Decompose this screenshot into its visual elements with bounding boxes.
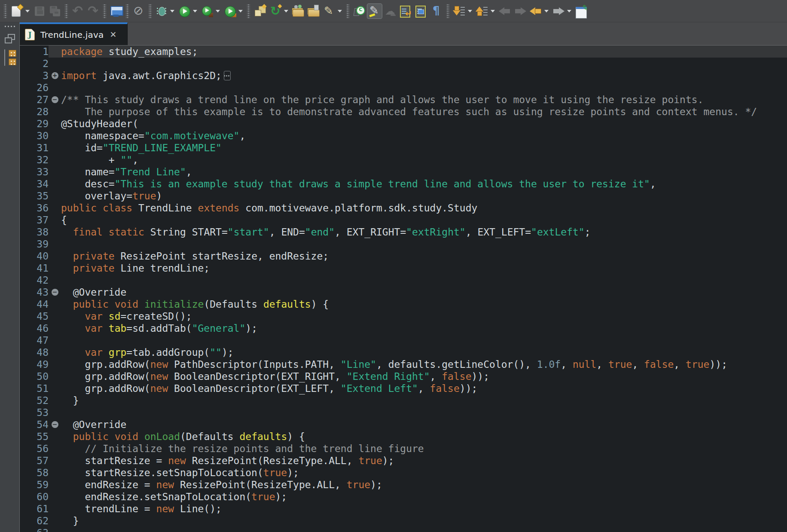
fold-expand-icon[interactable]: + [52,72,58,79]
code-line-body: name="Trend Line", [49,166,787,178]
line-number[interactable]: 37 [20,214,49,226]
line-number[interactable]: 52 [20,394,49,407]
drag-handle-icon[interactable] [4,25,16,28]
line-number[interactable]: 53 [20,407,49,419]
dropdown-caret-icon[interactable] [238,10,243,12]
line-number[interactable]: 46 [20,322,49,334]
next-annotation-button[interactable] [452,4,474,18]
line-number[interactable]: 54 [20,419,49,431]
line-number[interactable]: 38 [20,226,49,238]
line-number[interactable]: 56 [20,443,49,455]
toolbar-separator-handle[interactable] [346,4,349,18]
line-number[interactable]: 41 [20,262,49,274]
line-number[interactable]: 49 [20,358,49,370]
toolbar-separator-handle[interactable] [446,4,449,18]
line-number[interactable]: 35 [20,190,49,202]
open-resource-button[interactable] [291,4,305,18]
line-number[interactable]: 50 [20,370,49,382]
toolbar-separator-handle[interactable] [65,4,68,18]
marker-pen-button[interactable] [322,4,344,18]
line-number[interactable]: 31 [20,142,49,154]
dropdown-caret-icon[interactable] [284,10,288,12]
line-number[interactable]: 33 [20,166,49,178]
package-explorer-button[interactable] [3,49,17,66]
dropdown-caret-icon[interactable] [544,10,549,12]
line-number[interactable]: 42 [20,274,49,286]
code-line-body: private ResizePoint startResize, endResi… [49,250,787,262]
line-number[interactable]: 30 [20,130,49,142]
line-number[interactable]: 45 [20,310,49,322]
line-number[interactable]: 27 [20,94,49,106]
dropdown-caret-icon[interactable] [25,10,30,12]
code-text: @Override [61,419,126,431]
line-number[interactable]: 61 [20,503,49,515]
dropdown-caret-icon[interactable] [170,10,174,12]
code-line: 51 grp.addRow(new BooleanDescriptor(EXT_… [20,382,787,394]
external-tools-button[interactable] [223,4,244,18]
fold-collapse-icon[interactable]: − [52,96,58,103]
toolbar-separator-handle[interactable] [149,4,152,18]
toolbar-separator-handle[interactable] [103,4,106,18]
dropdown-caret-icon[interactable] [491,10,495,12]
line-number[interactable]: 3 [20,70,49,82]
line-number[interactable]: 43 [20,286,49,298]
toolbar-separator-handle[interactable] [4,4,7,18]
coverage-button[interactable] [200,4,222,18]
line-number[interactable]: 2 [20,58,49,70]
line-number[interactable]: 28 [20,106,49,118]
code-line-body: } [49,515,787,527]
new-java-ee-button[interactable] [253,4,267,18]
dropdown-caret-icon[interactable] [338,10,342,12]
dropdown-caret-icon[interactable] [468,10,472,12]
close-tab-icon[interactable]: ✕ [110,31,116,39]
line-number[interactable]: 1 [20,46,49,58]
forward-nav-button[interactable] [551,4,573,18]
line-number[interactable]: 58 [20,467,49,479]
line-number[interactable]: 59 [20,479,49,491]
code-line: 2 [20,58,787,70]
open-console-button[interactable] [109,4,123,18]
restore-view-button[interactable] [4,34,15,43]
code-line-body: +import java.awt.Graphics2D; [49,70,787,82]
line-number[interactable]: 34 [20,178,49,190]
line-number[interactable]: 47 [20,334,49,346]
prev-annotation-button[interactable] [475,4,497,18]
line-number[interactable]: 63 [20,527,49,532]
fold-collapse-icon[interactable]: − [52,421,58,428]
last-edit-location-button[interactable] [528,4,550,18]
highlighter-button[interactable] [367,4,382,18]
line-number[interactable]: 44 [20,298,49,310]
code-editor[interactable]: 1package study_examples;23+import java.a… [20,46,787,532]
line-number[interactable]: 40 [20,250,49,262]
fold-collapse-icon[interactable]: − [52,289,58,296]
doc-return-button[interactable] [398,4,413,18]
new-window-pen-button[interactable] [574,4,589,18]
dropdown-caret-icon[interactable] [216,10,220,12]
line-number[interactable]: 48 [20,346,49,358]
dropdown-caret-icon[interactable] [567,10,571,12]
debug-button[interactable] [154,4,176,18]
line-number[interactable]: 60 [20,491,49,503]
run-button[interactable] [177,4,199,18]
line-number[interactable]: 39 [20,238,49,250]
line-number[interactable]: 36 [20,202,49,214]
toolbar-separator-handle[interactable] [247,4,250,18]
line-number[interactable]: 57 [20,455,49,467]
open-folder-button[interactable] [306,4,321,18]
record-tool-button[interactable] [352,4,366,18]
skip-breakpoints-button[interactable] [131,4,146,18]
collapsed-region-badge[interactable] [224,71,231,80]
show-whitespace-button[interactable] [429,4,444,18]
dropdown-caret-icon[interactable] [193,10,197,12]
line-number[interactable]: 62 [20,515,49,527]
line-number[interactable]: 51 [20,382,49,394]
new-wizard-button[interactable] [9,4,31,18]
tab-trendline-java[interactable]: J TrendLine.java ✕ [20,22,128,45]
doc-source-button[interactable] [414,4,428,18]
refresh-button[interactable] [268,4,290,18]
line-number[interactable]: 32 [20,154,49,166]
toolbar-separator-handle[interactable] [126,4,129,18]
line-number[interactable]: 55 [20,431,49,443]
line-number[interactable]: 26 [20,82,49,94]
line-number[interactable]: 29 [20,118,49,130]
